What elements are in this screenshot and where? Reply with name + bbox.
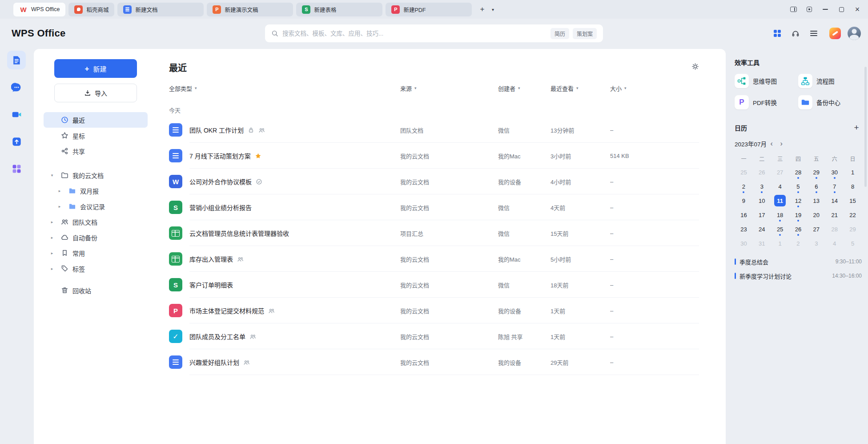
rail-item-docs[interactable] [7,51,26,69]
file-row[interactable]: 兴趣爱好组队计划我的云文档我的设备29天前– [169,349,699,375]
calendar-day[interactable]: 15 [844,194,862,208]
file-row[interactable]: 团队 OKR 工作计划团队文档微信13分钟前– [169,117,699,143]
support-button[interactable] [788,25,804,41]
filter-creator[interactable]: 创建者▾ [498,84,551,93]
calendar-day[interactable]: 3 [807,236,825,250]
file-row[interactable]: 7 月线下活动策划方案我的云文档我的Mac3小时前514 KB [169,143,699,169]
apps-grid-button[interactable] [769,25,785,41]
calendar-day[interactable]: 6 [807,179,825,194]
expander-icon[interactable]: ▸ [49,220,55,224]
file-row[interactable]: 营销小组业绩分析报告我的云文档微信4天前– [169,194,699,220]
expander-icon[interactable]: ▸ [56,204,63,209]
avatar[interactable] [848,27,861,40]
vip-badge[interactable] [829,28,841,39]
tool-flowchart[interactable]: 流程图 [798,74,862,88]
calendar-day[interactable]: 5 [844,236,862,250]
calendar-day[interactable]: 25 [735,165,753,179]
sidebar-item-recent[interactable]: 最近 [44,112,148,128]
scrollbar[interactable] [864,67,867,187]
sidebar-item-trash[interactable]: 回收站 [44,283,148,298]
calendar-day[interactable]: 26 [753,165,771,179]
sidebar-item-meeting-notes[interactable]: ▸会议记录 [44,198,148,214]
search-input[interactable] [282,30,551,37]
menu-button[interactable] [806,25,822,41]
file-row[interactable]: 客户订单明细表我的云文档微信18天前– [169,272,699,298]
tab-2[interactable]: 稻壳商城 [68,3,114,16]
calendar-prev-button[interactable]: ‹ [767,139,776,149]
expander-icon[interactable]: ▸ [56,189,63,193]
sidebar-item-team-docs[interactable]: ▸团队文档 [44,214,148,230]
tool-mindmap[interactable]: 思维导图 [735,74,798,88]
file-row[interactable]: 云文档管理员信息统计表管理器验收项目汇总微信15天前– [169,220,699,246]
file-row[interactable]: 公司对外合作协议模板我的云文档我的设备4小时前– [169,169,699,194]
calendar-day[interactable]: 23 [735,222,753,236]
calendar-day[interactable]: 29 [844,222,862,236]
tool-pdf-convert[interactable]: PPDF转换 [735,95,798,109]
workspace-layout-button[interactable] [785,0,801,19]
expander-icon[interactable]: ▸ [49,266,55,271]
tool-backup-center[interactable]: 备份中心 [798,95,862,109]
rail-item-meeting[interactable] [7,105,26,124]
calendar-day[interactable]: 7 [825,179,844,194]
filter-type[interactable]: 全部类型▾ [169,84,400,93]
calendar-day[interactable]: 12 [789,194,808,208]
expander-icon[interactable]: ▾ [49,173,55,178]
calendar-day[interactable]: 4 [825,236,844,250]
calendar-day[interactable]: 31 [753,236,771,250]
sidebar-item-shared[interactable]: 共享 [44,143,148,159]
filter-source[interactable]: 来源▾ [400,84,498,93]
expander-icon[interactable]: ▸ [49,235,55,240]
search-bar[interactable]: 简历策划案 [265,24,603,42]
calendar-day[interactable]: 27 [771,165,789,179]
close-button[interactable]: × [849,0,865,19]
calendar-day[interactable]: 28 [789,165,808,179]
sidebar-item-frequent[interactable]: ▸常用 [44,245,148,261]
maximize-button[interactable] [833,0,849,19]
sidebar-item-auto-backup[interactable]: ▸自动备份 [44,230,148,245]
calendar-add-button[interactable]: + [851,123,862,133]
calendar-day[interactable]: 9 [735,194,753,208]
calendar-day[interactable]: 1 [771,236,789,250]
tab-list-dropdown[interactable]: ▾ [488,4,498,15]
calendar-day[interactable]: 21 [825,208,844,222]
list-settings-button[interactable] [691,63,699,72]
rail-item-transfer[interactable] [7,132,26,151]
calendar-day[interactable]: 10 [753,194,771,208]
appearance-button[interactable] [801,0,817,19]
new-button[interactable]: + 新建 [54,59,137,78]
sidebar-item-my-cloud-docs[interactable]: ▾我的云文档 [44,167,148,183]
calendar-day[interactable]: 18 [771,208,789,222]
calendar-event[interactable]: 新季度学习计划讨论14:30–16:00 [735,270,862,282]
calendar-event[interactable]: 季度总结会9:30–11:00 [735,256,862,267]
sidebar-item-bimonthly-report[interactable]: ▸双月报 [44,183,148,198]
calendar-day[interactable]: 27 [807,222,825,236]
calendar-next-button[interactable]: › [776,139,786,149]
calendar-day[interactable]: 30 [825,165,844,179]
file-row[interactable]: 团队成员及分工名单我的云文档陈旭 共享1天前– [169,323,699,349]
import-button[interactable]: 导入 [54,84,137,102]
calendar-day[interactable]: 11 [771,194,789,208]
search-tag[interactable]: 策划案 [573,28,597,39]
calendar-day[interactable]: 30 [735,236,753,250]
calendar-day[interactable]: 29 [807,165,825,179]
search-tag[interactable]: 简历 [551,28,569,39]
calendar-day[interactable]: 13 [807,194,825,208]
calendar-day[interactable]: 4 [771,179,789,194]
minimize-button[interactable] [817,0,833,19]
calendar-day[interactable]: 20 [807,208,825,222]
rail-item-apps[interactable] [7,159,26,178]
calendar-day[interactable]: 8 [844,179,862,194]
file-row[interactable]: 市场主体登记提交材料规范我的云文档我的设备1天前– [169,298,699,323]
calendar-day[interactable]: 22 [844,208,862,222]
rail-item-chat[interactable] [7,78,26,97]
calendar-day[interactable]: 28 [825,222,844,236]
new-tab-button[interactable]: + [476,4,488,15]
sidebar-item-starred[interactable]: 星标 [44,128,148,143]
calendar-day[interactable]: 19 [789,208,808,222]
sidebar-item-tags[interactable]: ▸标签 [44,261,148,276]
calendar-day[interactable]: 2 [735,179,753,194]
expander-icon[interactable]: ▸ [49,251,55,255]
calendar-day[interactable]: 25 [771,222,789,236]
calendar-day[interactable]: 3 [753,179,771,194]
filter-viewed[interactable]: 最近查看▾ [551,84,610,93]
